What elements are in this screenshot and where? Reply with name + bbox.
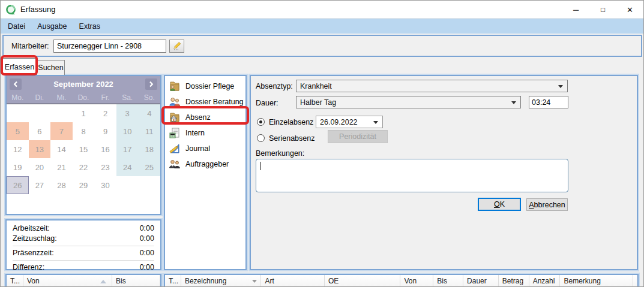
bemerkungen-textarea[interactable]	[256, 159, 568, 192]
menu-item-extras[interactable]: Extras	[73, 20, 106, 32]
calendar-day-cell[interactable]: 11	[138, 122, 160, 140]
calendar-day-cell[interactable]: 2	[94, 104, 116, 122]
calendar-day-cell[interactable]: 22	[73, 158, 95, 176]
mitarbeiter-label: Mitarbeiter:	[11, 42, 53, 50]
calendar-day-cell[interactable]: 15	[73, 140, 95, 158]
calendar-day-cell[interactable]: 24	[116, 158, 139, 176]
column-header-label: Bezeichnung	[185, 277, 226, 285]
right-records-table-header: T...BezeichnungArtOEVonBisDauerBetragAnz…	[164, 274, 639, 287]
column-header-anzahl[interactable]: Anzahl	[529, 275, 561, 287]
calendar-day-cell[interactable]: 12	[7, 140, 29, 158]
edit-pencil-button[interactable]	[169, 40, 184, 53]
minimize-icon[interactable]: ─	[562, 1, 589, 19]
calendar-day-cell[interactable]: 28	[50, 176, 73, 194]
abbrechen-button[interactable]: Abbrechen	[526, 198, 568, 211]
calendar-day-cell[interactable]: 1	[73, 104, 95, 122]
calendar-day-cell[interactable]: 8	[73, 122, 95, 140]
people-icon	[168, 96, 181, 108]
mitarbeiter-input[interactable]	[53, 40, 166, 53]
sidebar-item-dossier-beratung[interactable]: Dossier Beratung	[165, 94, 245, 110]
calendar-day-cell[interactable]: 16	[94, 140, 116, 158]
calendar-day-cell[interactable]: 19	[7, 158, 29, 176]
sidebar-item-label: Auftraggeber	[185, 160, 229, 168]
tab-erfassen[interactable]: Erfassen	[2, 58, 37, 75]
absenztyp-combobox[interactable]: Krankheit	[296, 80, 568, 92]
menu-item-datei[interactable]: Datei	[2, 20, 31, 32]
calendar-day-cell[interactable]: 25	[138, 158, 160, 176]
column-header-art[interactable]: Art	[261, 275, 325, 287]
column-header-bis[interactable]: Bis	[112, 275, 160, 287]
calendar-panel: September 2022 Mo.Di.Mi.Do.Fr.Sa.So. 123…	[5, 75, 161, 215]
stat-row-präsenzzeit: Präsenzzeit:0:00	[13, 248, 154, 258]
ok-button[interactable]: OK	[478, 198, 521, 211]
calendar-day-cell[interactable]: 20	[29, 158, 51, 176]
calendar-day-cell[interactable]: 17	[116, 140, 139, 158]
column-header-label: Dauer	[467, 277, 487, 285]
calendar-day-cell[interactable]: 23	[94, 158, 116, 176]
column-header-von[interactable]: Von	[400, 275, 433, 287]
chevron-left-icon[interactable]	[10, 78, 22, 90]
sidebar-item-journal[interactable]: Journal	[165, 141, 245, 156]
bemerkungen-label: Bemerkungen:	[256, 149, 304, 158]
column-header-dauer[interactable]: Dauer	[463, 275, 499, 287]
einzelabsenz-date-picker[interactable]: 26.09.2022	[316, 116, 383, 128]
chevron-right-icon[interactable]	[145, 78, 157, 90]
column-header-label: T...	[169, 277, 178, 285]
erfassung-window: Erfassung ─ □ ✕ DateiAusgabeExtras Mitar…	[0, 0, 644, 287]
tab-suchen[interactable]: Suchen	[37, 60, 65, 75]
column-header-betrag[interactable]: Betrag	[499, 275, 529, 287]
maximize-icon[interactable]: □	[589, 1, 616, 19]
window-controls: ─ □ ✕	[562, 1, 643, 19]
stat-value: 0:00	[140, 248, 154, 258]
window-title: Erfassung	[20, 5, 56, 14]
weekday-label: So.	[138, 92, 160, 104]
sidebar-item-intern[interactable]: Intern	[165, 125, 245, 141]
calendar-day-cell[interactable]: 18	[138, 140, 160, 158]
calendar-day-cell[interactable]: 29	[73, 176, 95, 194]
column-header-oe[interactable]: OE	[325, 275, 401, 287]
column-header-bemerkung[interactable]: Bemerkung	[560, 275, 633, 287]
column-header-bis[interactable]: Bis	[433, 275, 463, 287]
divider	[13, 246, 154, 246]
stat-label: Differenz:	[13, 262, 44, 273]
sidebar-item-dossier-pflege[interactable]: Dossier Pflege	[165, 78, 245, 94]
calendar-day-cell[interactable]: 26	[7, 176, 29, 194]
calendar-day-cell[interactable]: 14	[50, 140, 73, 158]
column-header-t[interactable]: T...	[165, 275, 181, 287]
calendar-day-cell[interactable]: 10	[116, 122, 139, 140]
filter-dropdown-icon[interactable]	[252, 280, 257, 283]
calendar-day-cell[interactable]: 6	[29, 122, 51, 140]
weekday-label: Mo.	[7, 92, 29, 104]
dauer-combobox[interactable]: Halber Tag	[296, 96, 521, 108]
calendar-day-cell[interactable]: 9	[94, 122, 116, 140]
text-cursor	[260, 162, 260, 170]
dauer-time-input[interactable]	[529, 96, 568, 108]
menu-item-ausgabe[interactable]: Ausgabe	[31, 20, 73, 32]
einzelabsenz-radio[interactable]	[257, 118, 265, 126]
sidebar-item-label: Dossier Beratung	[185, 98, 244, 106]
sidebar-item-absenz[interactable]: Absenz	[165, 110, 245, 125]
column-header-von[interactable]: Von	[23, 275, 112, 287]
calendar-day-cell[interactable]: 21	[50, 158, 73, 176]
column-header-filler[interactable]	[633, 275, 637, 287]
sidebar-item-auftraggeber[interactable]: Auftraggeber	[165, 156, 245, 172]
absenz-form-panel: Absenztyp: Krankheit Dauer: Halber Tag E…	[250, 75, 638, 270]
calendar-day-cell[interactable]: 3	[116, 104, 139, 122]
calendar-day-cell[interactable]: 27	[29, 176, 51, 194]
column-header-label: Betrag	[502, 277, 523, 285]
absenztyp-label: Absenztyp:	[256, 82, 293, 90]
calendar-day-cell[interactable]: 30	[94, 176, 116, 194]
calendar-day-cell[interactable]: 13	[29, 140, 51, 158]
calendar-day-cell[interactable]: 4	[138, 104, 160, 122]
left-records-table-header: T...VonBis	[5, 274, 161, 287]
close-icon[interactable]: ✕	[616, 1, 643, 19]
column-header-bezeichnung[interactable]: Bezeichnung	[181, 275, 261, 287]
calendar-day-cell[interactable]: 7	[50, 122, 73, 140]
category-sidebar: Dossier PflegeDossier BeratungAbsenzInte…	[164, 75, 247, 270]
absenztyp-value: Krankheit	[300, 82, 332, 90]
calendar-day-cell[interactable]: 5	[7, 122, 29, 140]
calendar-weekday-row: Mo.Di.Mi.Do.Fr.Sa.So.	[7, 92, 160, 104]
chevron-down-icon	[511, 101, 516, 104]
serienabsenz-radio[interactable]	[257, 134, 265, 142]
column-header-t[interactable]: T...	[7, 275, 23, 287]
